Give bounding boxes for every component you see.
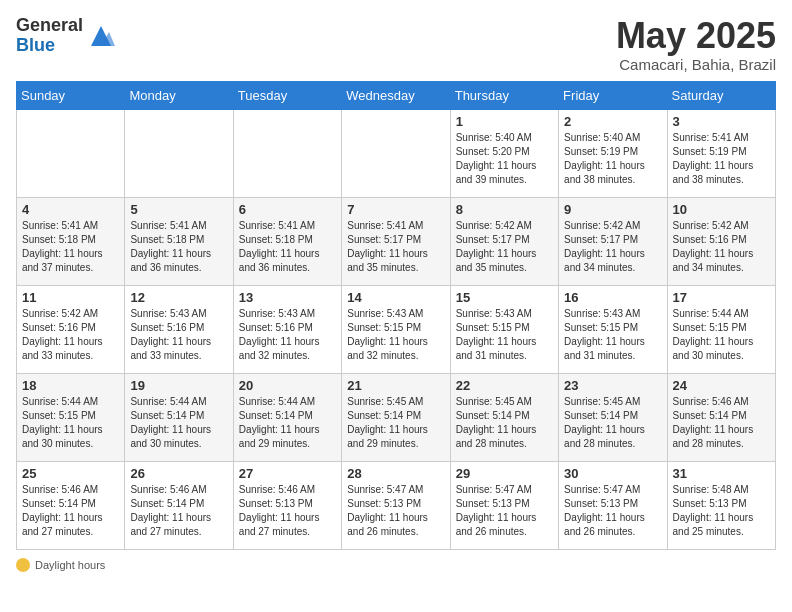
day-cell: [17, 109, 125, 197]
day-number: 3: [673, 114, 770, 129]
day-number: 21: [347, 378, 444, 393]
day-cell: 19Sunrise: 5:44 AM Sunset: 5:14 PM Dayli…: [125, 373, 233, 461]
day-cell: 22Sunrise: 5:45 AM Sunset: 5:14 PM Dayli…: [450, 373, 558, 461]
logo-icon: [87, 22, 115, 50]
day-cell: 31Sunrise: 5:48 AM Sunset: 5:13 PM Dayli…: [667, 461, 775, 549]
day-info: Sunrise: 5:43 AM Sunset: 5:16 PM Dayligh…: [130, 307, 227, 363]
day-cell: 15Sunrise: 5:43 AM Sunset: 5:15 PM Dayli…: [450, 285, 558, 373]
week-row-2: 4Sunrise: 5:41 AM Sunset: 5:18 PM Daylig…: [17, 197, 776, 285]
day-number: 6: [239, 202, 336, 217]
day-cell: 8Sunrise: 5:42 AM Sunset: 5:17 PM Daylig…: [450, 197, 558, 285]
location-subtitle: Camacari, Bahia, Brazil: [616, 56, 776, 73]
day-info: Sunrise: 5:41 AM Sunset: 5:19 PM Dayligh…: [673, 131, 770, 187]
day-cell: 17Sunrise: 5:44 AM Sunset: 5:15 PM Dayli…: [667, 285, 775, 373]
day-cell: 23Sunrise: 5:45 AM Sunset: 5:14 PM Dayli…: [559, 373, 667, 461]
day-number: 1: [456, 114, 553, 129]
day-number: 26: [130, 466, 227, 481]
day-info: Sunrise: 5:45 AM Sunset: 5:14 PM Dayligh…: [456, 395, 553, 451]
day-cell: 24Sunrise: 5:46 AM Sunset: 5:14 PM Dayli…: [667, 373, 775, 461]
day-number: 15: [456, 290, 553, 305]
day-info: Sunrise: 5:41 AM Sunset: 5:18 PM Dayligh…: [22, 219, 119, 275]
calendar-table: SundayMondayTuesdayWednesdayThursdayFrid…: [16, 81, 776, 550]
day-cell: 6Sunrise: 5:41 AM Sunset: 5:18 PM Daylig…: [233, 197, 341, 285]
day-info: Sunrise: 5:45 AM Sunset: 5:14 PM Dayligh…: [347, 395, 444, 451]
header-cell-sunday: Sunday: [17, 81, 125, 109]
day-cell: 29Sunrise: 5:47 AM Sunset: 5:13 PM Dayli…: [450, 461, 558, 549]
logo: General Blue: [16, 16, 115, 56]
day-cell: 4Sunrise: 5:41 AM Sunset: 5:18 PM Daylig…: [17, 197, 125, 285]
day-info: Sunrise: 5:43 AM Sunset: 5:16 PM Dayligh…: [239, 307, 336, 363]
day-cell: [233, 109, 341, 197]
day-cell: 21Sunrise: 5:45 AM Sunset: 5:14 PM Dayli…: [342, 373, 450, 461]
day-number: 23: [564, 378, 661, 393]
day-cell: 9Sunrise: 5:42 AM Sunset: 5:17 PM Daylig…: [559, 197, 667, 285]
day-cell: 13Sunrise: 5:43 AM Sunset: 5:16 PM Dayli…: [233, 285, 341, 373]
title-section: May 2025 Camacari, Bahia, Brazil: [616, 16, 776, 73]
day-info: Sunrise: 5:46 AM Sunset: 5:13 PM Dayligh…: [239, 483, 336, 539]
day-number: 2: [564, 114, 661, 129]
day-cell: 28Sunrise: 5:47 AM Sunset: 5:13 PM Dayli…: [342, 461, 450, 549]
logo-general: General: [16, 16, 83, 36]
header-cell-friday: Friday: [559, 81, 667, 109]
week-row-5: 25Sunrise: 5:46 AM Sunset: 5:14 PM Dayli…: [17, 461, 776, 549]
day-cell: [125, 109, 233, 197]
header-row: SundayMondayTuesdayWednesdayThursdayFrid…: [17, 81, 776, 109]
day-cell: 11Sunrise: 5:42 AM Sunset: 5:16 PM Dayli…: [17, 285, 125, 373]
day-number: 30: [564, 466, 661, 481]
day-number: 24: [673, 378, 770, 393]
day-number: 10: [673, 202, 770, 217]
day-cell: 26Sunrise: 5:46 AM Sunset: 5:14 PM Dayli…: [125, 461, 233, 549]
day-info: Sunrise: 5:44 AM Sunset: 5:14 PM Dayligh…: [130, 395, 227, 451]
day-cell: 5Sunrise: 5:41 AM Sunset: 5:18 PM Daylig…: [125, 197, 233, 285]
day-info: Sunrise: 5:47 AM Sunset: 5:13 PM Dayligh…: [456, 483, 553, 539]
day-info: Sunrise: 5:47 AM Sunset: 5:13 PM Dayligh…: [347, 483, 444, 539]
day-number: 28: [347, 466, 444, 481]
day-info: Sunrise: 5:42 AM Sunset: 5:16 PM Dayligh…: [673, 219, 770, 275]
day-info: Sunrise: 5:48 AM Sunset: 5:13 PM Dayligh…: [673, 483, 770, 539]
day-cell: 16Sunrise: 5:43 AM Sunset: 5:15 PM Dayli…: [559, 285, 667, 373]
day-info: Sunrise: 5:45 AM Sunset: 5:14 PM Dayligh…: [564, 395, 661, 451]
month-title: May 2025: [616, 16, 776, 56]
day-cell: 27Sunrise: 5:46 AM Sunset: 5:13 PM Dayli…: [233, 461, 341, 549]
day-number: 14: [347, 290, 444, 305]
day-info: Sunrise: 5:44 AM Sunset: 5:15 PM Dayligh…: [673, 307, 770, 363]
day-number: 8: [456, 202, 553, 217]
day-cell: 7Sunrise: 5:41 AM Sunset: 5:17 PM Daylig…: [342, 197, 450, 285]
calendar-footer: Daylight hours: [16, 558, 776, 572]
day-cell: 14Sunrise: 5:43 AM Sunset: 5:15 PM Dayli…: [342, 285, 450, 373]
day-info: Sunrise: 5:42 AM Sunset: 5:16 PM Dayligh…: [22, 307, 119, 363]
day-number: 17: [673, 290, 770, 305]
header-cell-saturday: Saturday: [667, 81, 775, 109]
day-info: Sunrise: 5:41 AM Sunset: 5:17 PM Dayligh…: [347, 219, 444, 275]
day-number: 16: [564, 290, 661, 305]
day-info: Sunrise: 5:44 AM Sunset: 5:14 PM Dayligh…: [239, 395, 336, 451]
week-row-4: 18Sunrise: 5:44 AM Sunset: 5:15 PM Dayli…: [17, 373, 776, 461]
day-number: 31: [673, 466, 770, 481]
week-row-3: 11Sunrise: 5:42 AM Sunset: 5:16 PM Dayli…: [17, 285, 776, 373]
day-info: Sunrise: 5:43 AM Sunset: 5:15 PM Dayligh…: [456, 307, 553, 363]
day-number: 18: [22, 378, 119, 393]
day-cell: 1Sunrise: 5:40 AM Sunset: 5:20 PM Daylig…: [450, 109, 558, 197]
daylight-icon: [16, 558, 30, 572]
header-cell-tuesday: Tuesday: [233, 81, 341, 109]
day-number: 22: [456, 378, 553, 393]
day-cell: 3Sunrise: 5:41 AM Sunset: 5:19 PM Daylig…: [667, 109, 775, 197]
day-info: Sunrise: 5:43 AM Sunset: 5:15 PM Dayligh…: [564, 307, 661, 363]
day-number: 19: [130, 378, 227, 393]
day-number: 5: [130, 202, 227, 217]
day-info: Sunrise: 5:41 AM Sunset: 5:18 PM Dayligh…: [130, 219, 227, 275]
day-number: 25: [22, 466, 119, 481]
day-info: Sunrise: 5:46 AM Sunset: 5:14 PM Dayligh…: [130, 483, 227, 539]
day-cell: 12Sunrise: 5:43 AM Sunset: 5:16 PM Dayli…: [125, 285, 233, 373]
day-number: 29: [456, 466, 553, 481]
header-cell-thursday: Thursday: [450, 81, 558, 109]
day-info: Sunrise: 5:46 AM Sunset: 5:14 PM Dayligh…: [22, 483, 119, 539]
day-number: 12: [130, 290, 227, 305]
day-number: 11: [22, 290, 119, 305]
logo-blue: Blue: [16, 36, 83, 56]
day-info: Sunrise: 5:42 AM Sunset: 5:17 PM Dayligh…: [564, 219, 661, 275]
day-number: 7: [347, 202, 444, 217]
day-info: Sunrise: 5:40 AM Sunset: 5:19 PM Dayligh…: [564, 131, 661, 187]
header-cell-wednesday: Wednesday: [342, 81, 450, 109]
day-number: 9: [564, 202, 661, 217]
